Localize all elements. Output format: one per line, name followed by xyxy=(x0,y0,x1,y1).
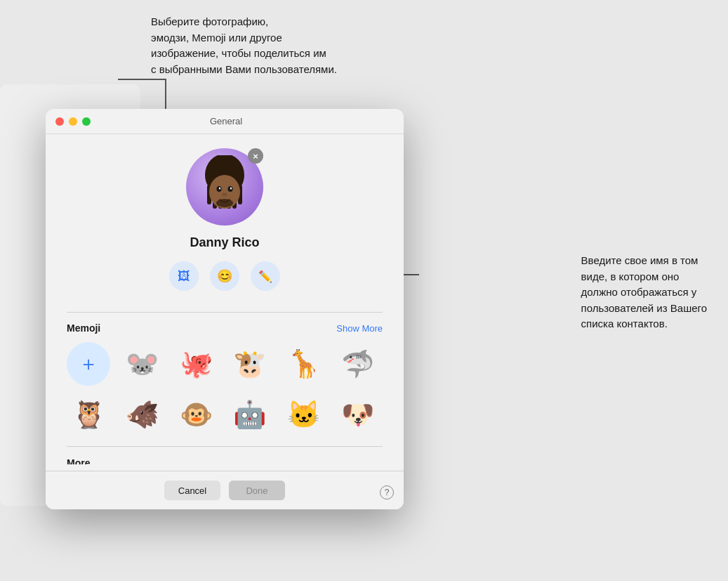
avatar-close-button[interactable]: × xyxy=(248,148,263,164)
memoji-boar[interactable]: 🐗 xyxy=(121,393,164,436)
svg-point-10 xyxy=(219,188,220,190)
modal-content: × Danny Rico 🖼 😊 ✏️ Memoji Show More xyxy=(46,134,404,464)
emoji-action-button[interactable]: 😊 xyxy=(210,261,239,291)
profile-name: Danny Rico xyxy=(190,235,259,250)
memoji-svg xyxy=(193,155,256,218)
show-more-link[interactable]: Show More xyxy=(336,323,383,334)
memoji-dog[interactable]: 🐶 xyxy=(336,393,379,436)
svg-point-9 xyxy=(228,186,233,192)
more-section: More xyxy=(67,457,383,464)
memoji-section-header: Memoji Show More xyxy=(67,322,383,334)
modal-footer: Cancel Done xyxy=(46,471,404,509)
annotation-top: Выберите фотографию, эмодзи, Memoji или … xyxy=(151,14,337,77)
svg-point-13 xyxy=(216,199,233,207)
pencil-icon: ✏️ xyxy=(258,270,272,283)
memoji-octopus[interactable]: 🐙 xyxy=(174,342,218,386)
add-memoji-button[interactable]: ＋ xyxy=(67,342,110,386)
avatar-container: × xyxy=(186,148,263,226)
memoji-mouse[interactable]: 🐭 xyxy=(121,342,164,386)
done-button[interactable]: Done xyxy=(229,481,285,500)
memoji-cow[interactable]: 🐮 xyxy=(228,342,272,386)
modal-window: General xyxy=(46,109,404,509)
memoji-robot[interactable]: 🤖 xyxy=(228,393,272,436)
photo-icon: 🖼 xyxy=(178,269,190,284)
emoji-grid: ＋ 🐭 🐙 🐮 🦒 🦈 🦉 🐗 🐵 🤖 🐱 🐶 xyxy=(67,342,383,436)
action-buttons: 🖼 😊 ✏️ xyxy=(169,261,280,291)
help-button[interactable]: ? xyxy=(380,485,394,500)
annotation-right: Введите свое имя в том виде, в котором о… xyxy=(581,253,707,332)
memoji-monkey[interactable]: 🐵 xyxy=(174,393,218,436)
profile-section: × Danny Rico 🖼 😊 ✏️ xyxy=(67,148,383,298)
svg-point-11 xyxy=(230,188,232,190)
maximize-button[interactable] xyxy=(82,117,91,126)
divider xyxy=(67,312,383,313)
cancel-button[interactable]: Cancel xyxy=(164,481,220,500)
close-button[interactable] xyxy=(55,117,64,126)
memoji-owl[interactable]: 🦉 xyxy=(67,393,110,436)
minimize-button[interactable] xyxy=(69,117,77,126)
memoji-shark[interactable]: 🦈 xyxy=(336,342,379,386)
memoji-cat[interactable]: 🐱 xyxy=(282,393,326,436)
title-bar: General xyxy=(46,109,404,134)
edit-action-button[interactable]: ✏️ xyxy=(251,261,280,291)
memoji-section-title: Memoji xyxy=(67,322,100,334)
more-section-title: More xyxy=(67,457,90,464)
emoji-icon: 😊 xyxy=(217,268,232,284)
callout-line-top-h xyxy=(118,79,166,80)
svg-point-8 xyxy=(217,186,222,192)
memoji-giraffe[interactable]: 🦒 xyxy=(282,342,326,386)
photo-action-button[interactable]: 🖼 xyxy=(169,261,199,291)
traffic-lights xyxy=(55,117,91,126)
divider-2 xyxy=(67,446,383,447)
svg-point-12 xyxy=(222,193,227,197)
window-title: General xyxy=(91,116,362,126)
